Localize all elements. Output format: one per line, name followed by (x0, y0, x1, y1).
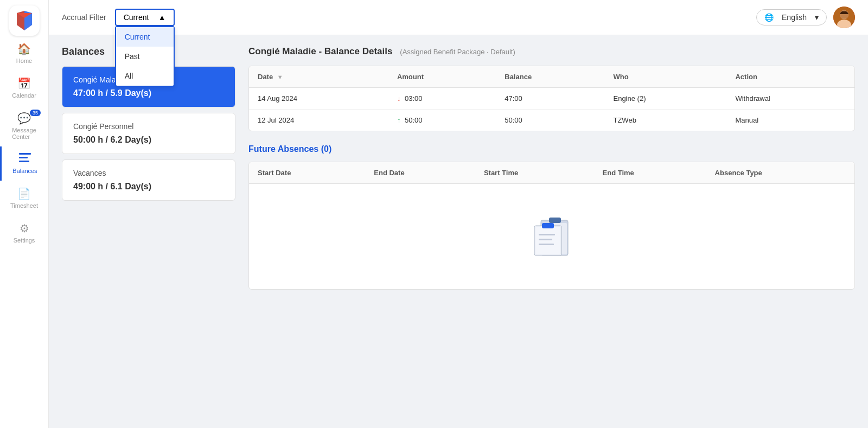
empty-clipboard-icon (530, 212, 573, 261)
col-action: Action (726, 66, 854, 88)
cell-balance: 47:00 (496, 88, 604, 110)
cell-who: TZWeb (604, 110, 726, 131)
svg-rect-17 (539, 234, 555, 235)
filter-menu: Current Past All (115, 26, 175, 87)
filter-option-current[interactable]: Current (116, 27, 174, 47)
sidebar-item-timesheet[interactable]: 📄 Timesheet (0, 181, 48, 215)
cell-balance: 50:00 (496, 110, 604, 131)
col-end-time: End Time (594, 162, 706, 184)
future-absences-table: Start Date End Date Start Time End Time … (249, 162, 854, 289)
sidebar-item-label: Balances (12, 168, 37, 174)
empty-state-row (249, 184, 854, 290)
table-header-row: Date ▼ Amount Balance Who Action (249, 66, 854, 88)
arrow-up-icon: ↑ (397, 116, 401, 124)
empty-state-cell (249, 184, 854, 290)
sidebar-item-label: Timesheet (10, 202, 38, 209)
cell-amount: ↑ 50:00 (388, 110, 496, 131)
sidebar-item-label: Settings (14, 237, 35, 244)
detail-subtitle: (Assigned Benefit Package · Default) (400, 48, 515, 56)
card-title: Congié Personnel (73, 122, 224, 131)
topbar-right: 🌐 English ▾ (756, 7, 855, 28)
filter-current-value: Current (124, 13, 149, 22)
message-icon: 💬 (17, 112, 31, 125)
cell-amount: ↓ 03:00 (388, 88, 496, 110)
topbar: Accrual Filter Current ▲ Current Past Al… (49, 0, 868, 35)
future-absences-table-wrap: Start Date End Date Start Time End Time … (248, 162, 855, 290)
sidebar-item-label: Calendar (12, 92, 36, 99)
svg-rect-13 (549, 218, 561, 223)
col-start-date: Start Date (249, 162, 365, 184)
balance-card-vacances[interactable]: Vacances 49:00 h / 6.1 Day(s) (62, 159, 235, 201)
future-absences-title: Future Absences (0) (248, 144, 855, 154)
timesheet-icon: 📄 (17, 187, 31, 200)
settings-icon: ⚙ (20, 222, 29, 235)
filter-button[interactable]: Current ▲ (115, 9, 175, 26)
table-row: 14 Aug 2024 ↓ 03:00 47:00 Engine (2) Wit… (249, 88, 854, 110)
cell-who: Engine (2) (604, 88, 726, 110)
cell-date: 12 Jul 2024 (249, 110, 388, 131)
app-logo[interactable] (9, 5, 40, 36)
svg-rect-6 (19, 161, 29, 162)
card-value: 49:00 h / 6.1 Day(s) (73, 182, 224, 191)
balances-panel: Balances Congié Maladie 47:00 h / 5.9 Da… (62, 46, 235, 417)
sidebar-item-messages[interactable]: 💬 35 MessageCenter (0, 105, 48, 146)
col-absence-type: Absence Type (706, 162, 854, 184)
message-badge: 35 (30, 110, 41, 116)
sidebar-item-balances[interactable]: Balances (0, 146, 48, 181)
globe-icon: 🌐 (764, 13, 774, 22)
main-content: Accrual Filter Current ▲ Current Past Al… (49, 0, 868, 428)
sort-icon: ▼ (277, 74, 283, 80)
svg-rect-16 (542, 223, 554, 228)
svg-rect-19 (539, 244, 554, 245)
arrow-down-icon: ↓ (397, 94, 401, 103)
card-title: Vacances (73, 169, 224, 177)
svg-rect-18 (539, 239, 552, 240)
col-start-time: Start Time (475, 162, 594, 184)
svg-rect-5 (19, 157, 28, 158)
filter-dropdown[interactable]: Current ▲ Current Past All (115, 9, 175, 26)
svg-rect-4 (19, 153, 31, 155)
home-icon: 🏠 (17, 42, 31, 55)
col-date[interactable]: Date ▼ (249, 66, 388, 88)
calendar-icon: 📅 (17, 77, 31, 90)
detail-title: Congié Maladie - Balance Details (248, 46, 392, 56)
detail-header: Congié Maladie - Balance Details (Assign… (248, 46, 855, 57)
filter-option-past[interactable]: Past (116, 47, 174, 66)
col-balance: Balance (496, 66, 604, 88)
filter-option-all[interactable]: All (116, 66, 174, 86)
sidebar: 🏠 Home 📅 Calendar 💬 35 MessageCenter Bal… (0, 0, 49, 428)
content-area: Balances Congié Maladie 47:00 h / 5.9 Da… (49, 35, 868, 428)
topbar-left: Accrual Filter Current ▲ Current Past Al… (62, 9, 175, 26)
language-label: English (782, 13, 807, 22)
sidebar-item-label: MessageCenter (12, 127, 36, 140)
svg-rect-15 (535, 227, 560, 254)
detail-panel: Congié Maladie - Balance Details (Assign… (235, 46, 855, 417)
balance-card-conge-personnel[interactable]: Congié Personnel 50:00 h / 6.2 Day(s) (62, 113, 235, 154)
card-value: 47:00 h / 5.9 Day(s) (73, 88, 224, 98)
col-end-date: End Date (365, 162, 475, 184)
cell-action: Manual (726, 110, 854, 131)
language-selector[interactable]: 🌐 English ▾ (756, 9, 827, 25)
balance-details-table-wrap: Date ▼ Amount Balance Who Action (248, 66, 855, 131)
chevron-up-icon: ▲ (158, 13, 166, 22)
col-who: Who (604, 66, 726, 88)
accrual-filter-label: Accrual Filter (62, 13, 106, 22)
balance-details-table: Date ▼ Amount Balance Who Action (249, 66, 854, 131)
sidebar-item-label: Home (16, 58, 32, 64)
card-value: 50:00 h / 6.2 Day(s) (73, 135, 224, 145)
balances-icon (19, 153, 31, 165)
avatar[interactable] (833, 7, 855, 28)
empty-state (258, 190, 846, 283)
sidebar-item-calendar[interactable]: 📅 Calendar (0, 71, 48, 105)
sidebar-item-settings[interactable]: ⚙ Settings (0, 215, 48, 250)
cell-action: Withdrawal (726, 88, 854, 110)
sidebar-item-home[interactable]: 🏠 Home (0, 36, 48, 71)
absences-header-row: Start Date End Date Start Time End Time … (249, 162, 854, 184)
table-row: 12 Jul 2024 ↑ 50:00 50:00 TZWeb Manual (249, 110, 854, 131)
chevron-down-icon: ▾ (815, 13, 819, 22)
col-amount: Amount (388, 66, 496, 88)
cell-date: 14 Aug 2024 (249, 88, 388, 110)
